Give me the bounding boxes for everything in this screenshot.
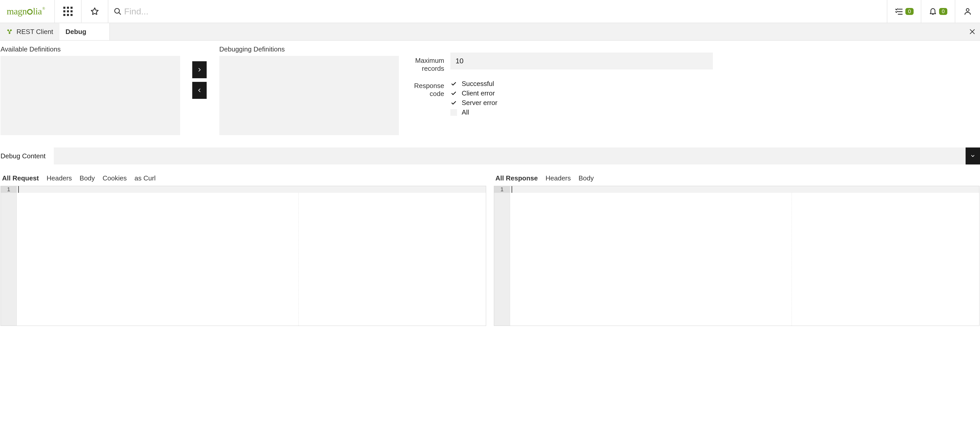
response-code-options: Successful Client error Se	[450, 78, 713, 116]
svg-line-9	[9, 30, 9, 32]
tab-request-body[interactable]: Body	[80, 174, 95, 182]
svg-line-10	[10, 30, 10, 32]
breadcrumb-row: REST Client Debug	[0, 23, 980, 41]
check-icon	[450, 100, 457, 106]
request-editor[interactable]: 1	[0, 186, 486, 326]
breadcrumb-subapp-label: Debug	[65, 28, 86, 36]
checkbox-unchecked-icon	[450, 109, 457, 116]
response-tabs: All Response Headers Body	[494, 174, 980, 182]
response-code-row: Response code Successful	[407, 78, 980, 116]
favorites-button[interactable]	[81, 0, 108, 23]
tab-request-headers[interactable]: Headers	[46, 174, 72, 182]
tab-all-request[interactable]: All Request	[2, 174, 39, 182]
apps-grid-icon	[63, 7, 73, 16]
response-code-label: Response code	[407, 78, 450, 98]
tab-response-headers[interactable]: Headers	[546, 174, 571, 182]
available-definitions-label: Available Definitions	[0, 45, 180, 53]
chevron-left-icon	[197, 88, 202, 93]
response-pane: All Response Headers Body 1	[494, 174, 980, 326]
checkbox-label: Server error	[462, 99, 498, 107]
request-tabs: All Request Headers Body Cookies as Curl	[0, 174, 486, 182]
checkbox-client-error[interactable]: Client error	[450, 89, 713, 97]
chevron-down-icon	[970, 153, 975, 159]
content: Available Definitions Debugging Definiti…	[0, 41, 980, 435]
gutter-line-number: 1	[1, 186, 16, 193]
close-subapp-button[interactable]	[964, 23, 980, 40]
debug-content-select[interactable]	[54, 148, 966, 164]
check-icon	[450, 81, 457, 87]
header: magnlia® 0	[0, 0, 980, 23]
max-records-label: Maximum records	[407, 53, 450, 73]
check-icon	[450, 90, 457, 97]
tasks-badge: 0	[905, 8, 913, 15]
checkbox-server-error[interactable]: Server error	[450, 99, 713, 107]
debugging-definitions-label: Debugging Definitions	[219, 45, 399, 53]
tab-request-as-curl[interactable]: as Curl	[135, 174, 156, 182]
move-left-button[interactable]	[192, 82, 207, 99]
close-icon	[969, 28, 976, 35]
search-input[interactable]	[124, 6, 882, 16]
available-definitions-column: Available Definitions	[0, 45, 180, 135]
notifications-button[interactable]: 0	[921, 0, 955, 23]
tab-all-response[interactable]: All Response	[495, 174, 538, 182]
brand-text: magnlia®	[7, 6, 45, 17]
user-menu-button[interactable]	[955, 0, 980, 23]
svg-point-5	[966, 8, 969, 11]
tab-response-body[interactable]: Body	[579, 174, 594, 182]
tasks-icon	[894, 7, 903, 16]
rest-client-icon	[6, 28, 13, 35]
available-definitions-list[interactable]	[0, 56, 180, 135]
search-icon	[113, 7, 122, 16]
move-right-button[interactable]	[192, 61, 207, 78]
checkbox-label: All	[462, 108, 469, 116]
response-editor-body[interactable]	[510, 186, 979, 326]
debug-content-dropdown-button[interactable]	[966, 148, 980, 164]
request-editor-body[interactable]	[17, 186, 486, 326]
breadcrumb-app-label: REST Client	[16, 28, 53, 36]
response-editor[interactable]: 1	[494, 186, 980, 326]
checkbox-all[interactable]: All	[450, 108, 713, 116]
debugging-definitions-column: Debugging Definitions	[219, 45, 399, 135]
svg-line-1	[119, 13, 121, 14]
search-cell	[108, 0, 887, 23]
max-records-input[interactable]	[450, 53, 713, 70]
breadcrumb-subapp[interactable]: Debug	[59, 23, 110, 40]
move-buttons-column	[180, 45, 219, 99]
definitions-section: Available Definitions Debugging Definiti…	[0, 41, 980, 135]
response-editor-gutter: 1	[494, 186, 510, 326]
brand-logo[interactable]: magnlia®	[0, 0, 55, 23]
settings-column: Maximum records Response code Successful	[399, 45, 980, 121]
notifications-badge: 0	[939, 8, 947, 15]
app-launcher-button[interactable]	[55, 0, 81, 23]
chevron-right-icon	[197, 67, 202, 72]
debug-content-label: Debug Content	[0, 152, 54, 160]
request-editor-gutter: 1	[1, 186, 17, 326]
request-pane: All Request Headers Body Cookies as Curl…	[0, 174, 486, 326]
checkbox-label: Successful	[462, 80, 494, 88]
tab-request-cookies[interactable]: Cookies	[103, 174, 127, 182]
panes-row: All Request Headers Body Cookies as Curl…	[0, 174, 980, 326]
gutter-line-number: 1	[494, 186, 510, 193]
bell-icon	[929, 7, 937, 16]
debug-content-row: Debug Content	[0, 148, 980, 164]
star-icon	[90, 7, 99, 16]
checkbox-successful[interactable]: Successful	[450, 80, 713, 88]
user-icon	[964, 7, 972, 16]
breadcrumb-app[interactable]: REST Client	[0, 23, 59, 40]
debugging-definitions-list[interactable]	[219, 56, 399, 135]
checkbox-label: Client error	[462, 89, 495, 97]
max-records-row: Maximum records	[407, 53, 980, 73]
svg-point-8	[9, 32, 11, 34]
tasks-button[interactable]: 0	[887, 0, 921, 23]
